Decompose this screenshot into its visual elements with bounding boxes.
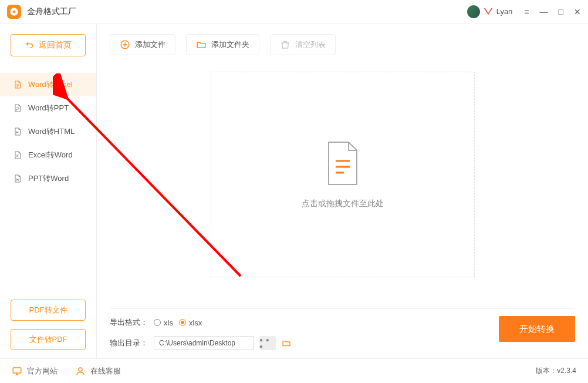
output-dir-row: 输出目录： C:\Users\admin\Desktop ● ● ● — [110, 336, 291, 350]
sidebar-item-label: Word转PPT — [28, 103, 69, 113]
username: Lyan — [496, 7, 513, 16]
content-area: 添加文件 添加文件夹 清空列表 点击或拖拽文件至此处 — [97, 23, 588, 358]
open-folder-icon[interactable] — [282, 338, 291, 348]
document-w-icon — [13, 174, 22, 183]
plus-circle-icon — [120, 39, 130, 50]
radio-icon — [154, 319, 161, 326]
svg-point-6 — [79, 368, 82, 371]
export-format-label: 导出格式： — [110, 317, 148, 328]
add-folder-button[interactable]: 添加文件夹 — [186, 34, 259, 55]
sidebar-item-word-to-excel[interactable]: Word转Excel — [0, 73, 96, 96]
output-dir-label: 输出目录： — [110, 338, 148, 348]
official-site-link[interactable]: 官方网站 — [12, 366, 58, 377]
minimize-icon[interactable]: — — [540, 7, 548, 16]
radio-icon — [179, 319, 186, 326]
output-dir-path[interactable]: C:\Users\admin\Desktop — [154, 336, 254, 350]
start-convert-button[interactable]: 开始转换 — [499, 316, 575, 342]
sidebar-item-label: PPT转Word — [28, 173, 69, 184]
footer: 官方网站 在线客服 版本：v2.3.4 — [0, 358, 588, 383]
add-file-button[interactable]: 添加文件 — [110, 34, 175, 55]
main-area: 返回首页 Word转Excel Word转PPT Word转HTML Excel… — [0, 23, 588, 358]
document-x-icon — [13, 150, 22, 160]
headset-icon — [75, 366, 86, 377]
user-area[interactable]: Lyan — [467, 5, 513, 18]
folder-icon — [196, 39, 207, 50]
back-icon — [25, 40, 34, 51]
sidebar-item-label: Word转Excel — [28, 79, 73, 90]
document-h-icon — [13, 127, 22, 136]
sidebar: 返回首页 Word转Excel Word转PPT Word转HTML Excel… — [0, 23, 97, 358]
svg-rect-5 — [13, 368, 21, 373]
dropzone-hint: 点击或拖拽文件至此处 — [302, 199, 384, 209]
dropzone[interactable]: 点击或拖拽文件至此处 — [211, 72, 475, 277]
vip-badge-icon — [484, 6, 493, 16]
maximize-icon[interactable]: □ — [559, 7, 563, 16]
clear-list-button[interactable]: 清空列表 — [270, 34, 336, 55]
avatar — [467, 5, 480, 18]
radio-xls[interactable]: xls — [154, 318, 173, 327]
document-e-icon — [13, 80, 22, 89]
bottom-panel: 导出格式： xls xlsx 输出目录： C:\Users\admin\Desk… — [110, 308, 575, 358]
export-format-row: 导出格式： xls xlsx — [110, 317, 291, 328]
title-bar: 金舟格式工厂 Lyan ≡ — □ ✕ — [0, 0, 588, 23]
version-text: 版本：v2.3.4 — [536, 366, 576, 376]
toolbar: 添加文件 添加文件夹 清空列表 — [110, 34, 575, 55]
sidebar-item-word-to-ppt[interactable]: Word转PPT — [0, 96, 96, 120]
sidebar-item-label: Word转HTML — [28, 126, 75, 137]
window-controls: ≡ — □ ✕ — [524, 7, 581, 16]
back-home-button[interactable]: 返回首页 — [11, 34, 86, 56]
close-icon[interactable]: ✕ — [574, 7, 581, 16]
online-service-link[interactable]: 在线客服 — [75, 366, 121, 377]
file-to-pdf-button[interactable]: 文件转PDF — [11, 329, 86, 350]
document-p-icon — [13, 103, 22, 113]
radio-xlsx[interactable]: xlsx — [179, 318, 202, 327]
app-logo-icon — [7, 5, 21, 19]
monitor-icon — [12, 366, 22, 377]
sidebar-item-label: Excel转Word — [28, 150, 73, 160]
document-lines-icon — [324, 140, 361, 187]
trash-icon — [280, 39, 290, 50]
back-home-label: 返回首页 — [39, 40, 72, 51]
app-title: 金舟格式工厂 — [27, 6, 467, 17]
menu-icon[interactable]: ≡ — [524, 7, 529, 16]
sidebar-item-word-to-html[interactable]: Word转HTML — [0, 120, 96, 143]
sidebar-item-excel-to-word[interactable]: Excel转Word — [0, 143, 96, 167]
browse-button[interactable]: ● ● ● — [259, 336, 276, 350]
sidebar-item-ppt-to-word[interactable]: PPT转Word — [0, 167, 96, 190]
pdf-to-file-button[interactable]: PDF转文件 — [11, 300, 86, 321]
